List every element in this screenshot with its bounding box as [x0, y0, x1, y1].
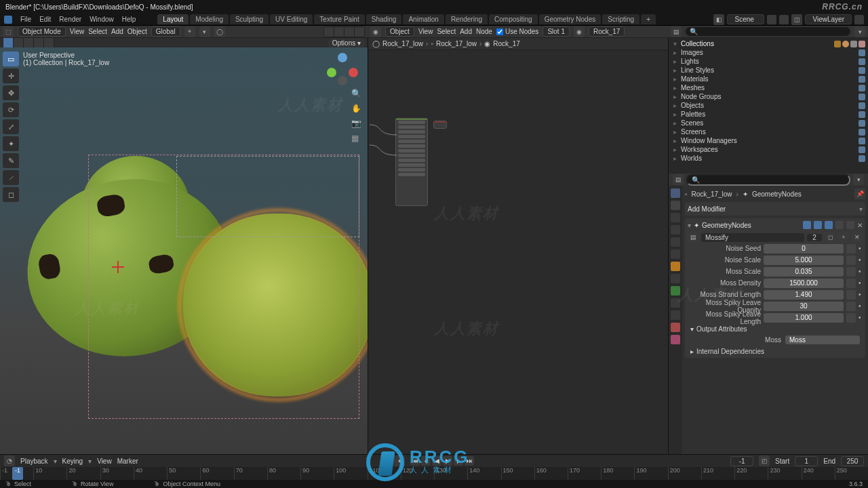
- prop-tab-output[interactable]: [671, 213, 680, 222]
- timeline-menu-playback[interactable]: Playback: [20, 458, 48, 465]
- param-anim-dot[interactable]: •: [859, 256, 863, 264]
- interaction-mode-dropdown[interactable]: Object Mode: [18, 26, 66, 37]
- nodegroup-users[interactable]: 2: [807, 234, 822, 241]
- viewport-menu-select[interactable]: Select: [88, 28, 107, 35]
- outliner-filter-icon[interactable]: ▾: [854, 26, 865, 37]
- tab-animation[interactable]: Animation: [403, 14, 443, 24]
- nodegroup-unlink-icon[interactable]: ✕: [852, 232, 863, 243]
- snap-toggle-icon[interactable]: ⌖: [184, 26, 195, 37]
- timeline-menu-marker[interactable]: Marker: [117, 458, 138, 465]
- timeline-menu-view[interactable]: View: [97, 458, 112, 465]
- slot-dropdown[interactable]: Slot 1: [542, 26, 570, 37]
- param-value[interactable]: 0: [764, 244, 844, 253]
- outliner-item-node-groups[interactable]: ▸Node Groups: [671, 92, 865, 101]
- prop-tab-mesh[interactable]: [671, 286, 680, 296]
- param-value[interactable]: 0.035: [764, 267, 844, 277]
- prop-tab-modifier[interactable]: [671, 188, 680, 198]
- prop-tab-render[interactable]: [671, 201, 680, 210]
- tab-scripting[interactable]: Scripting: [602, 14, 639, 24]
- properties-options-icon[interactable]: ▾: [853, 174, 864, 185]
- node-menu-select[interactable]: Select: [437, 28, 456, 35]
- param-anim-dot[interactable]: •: [859, 291, 863, 298]
- prop-tab-constraints[interactable]: [671, 274, 680, 283]
- viewport-menu-object[interactable]: Object: [127, 28, 147, 35]
- mod-extra-icon[interactable]: [835, 221, 844, 229]
- prop-tab-texture[interactable]: [671, 335, 680, 344]
- prop-tab-physics[interactable]: [671, 310, 680, 320]
- nodegroup-name-field[interactable]: Mossify: [701, 233, 804, 242]
- tab-compositing[interactable]: Compositing: [489, 14, 538, 24]
- properties-search-input[interactable]: [686, 174, 850, 186]
- outliner-display-mode-icon[interactable]: ▤: [671, 26, 682, 37]
- zoom-icon[interactable]: 🔍: [351, 89, 362, 100]
- camera-view-icon[interactable]: 📷: [351, 119, 362, 129]
- output-attr-value[interactable]: Moss: [785, 336, 860, 344]
- outliner-item-palettes[interactable]: ▸Palettes: [671, 110, 865, 119]
- editor-type-shader-icon[interactable]: ◉: [370, 26, 381, 37]
- crumb-3[interactable]: Rock_17: [493, 40, 519, 47]
- node-output[interactable]: [433, 121, 447, 129]
- playhead[interactable]: -1: [12, 467, 23, 480]
- viewport-menu-view[interactable]: View: [70, 28, 85, 35]
- viewlayer-field[interactable]: ViewLayer: [805, 14, 852, 24]
- outliner-item-objects[interactable]: ▸Objects: [671, 101, 865, 110]
- viewlayer-new-button[interactable]: [854, 15, 864, 24]
- outliner-item-meshes[interactable]: ▸Meshes: [671, 83, 865, 92]
- outliner-item-workspaces[interactable]: ▸Workspaces: [671, 145, 865, 154]
- scene-icon[interactable]: ◧: [713, 14, 724, 25]
- tool-add-cube[interactable]: ◻: [3, 187, 19, 202]
- editor-type-timeline-icon[interactable]: ◔: [4, 455, 15, 466]
- tool-cursor[interactable]: ✛: [3, 68, 19, 83]
- snap-mode-icon[interactable]: ▾: [199, 26, 210, 37]
- mod-toggle-edit-icon[interactable]: [803, 221, 811, 229]
- orientation-dropdown[interactable]: Global: [151, 26, 180, 37]
- properties-type-icon[interactable]: ▤: [673, 174, 684, 185]
- material-field[interactable]: Rock_17: [589, 26, 625, 37]
- param-anim-dot[interactable]: •: [859, 279, 863, 287]
- material-icon[interactable]: ◉: [574, 26, 585, 37]
- viewport-3d[interactable]: User Perspective (1) Collection | Rock_1…: [0, 47, 368, 454]
- shading-mode-segment[interactable]: [323, 26, 365, 37]
- pan-icon[interactable]: ✋: [351, 104, 362, 115]
- tab-modeling[interactable]: Modeling: [190, 14, 229, 24]
- param-anim-dot[interactable]: •: [859, 314, 863, 321]
- outliner-filter-input[interactable]: [686, 27, 850, 36]
- nodegroup-browse-icon[interactable]: ▤: [688, 232, 698, 243]
- outliner-item-scenes[interactable]: ▸Scenes: [671, 119, 865, 127]
- modifier-name-field[interactable]: GeometryNodes: [702, 222, 751, 229]
- scene-del-button[interactable]: [779, 15, 789, 24]
- param-menu-icon[interactable]: [846, 244, 856, 253]
- outliner-item-lights[interactable]: ▸Lights: [671, 57, 865, 66]
- tool-select-box[interactable]: ▭: [3, 52, 19, 66]
- add-modifier-panel[interactable]: Add Modifier▾: [685, 202, 865, 216]
- menu-edit[interactable]: Edit: [39, 16, 51, 23]
- prop-tab-material[interactable]: [671, 323, 680, 332]
- outliner-root[interactable]: Collections: [681, 40, 714, 47]
- viewlayer-icon[interactable]: ◫: [791, 14, 802, 25]
- mod-toggle-realtime-icon[interactable]: [814, 221, 822, 229]
- start-frame-field[interactable]: 1: [795, 456, 818, 466]
- prop-tab-world[interactable]: [671, 249, 680, 259]
- tool-rotate[interactable]: ⟳: [3, 102, 19, 117]
- pin-icon[interactable]: 📌: [854, 188, 865, 199]
- scene-field[interactable]: Scene: [727, 14, 764, 24]
- prop-crumb-object[interactable]: Rock_17_low: [692, 190, 732, 198]
- tab-rendering[interactable]: Rendering: [446, 14, 488, 24]
- param-menu-icon[interactable]: [846, 279, 856, 288]
- menu-help[interactable]: Help: [122, 16, 136, 23]
- outliner-item-window-managers[interactable]: ▸Window Managers: [671, 136, 865, 145]
- tool-move[interactable]: ✥: [3, 85, 19, 100]
- tab-geometry-nodes[interactable]: Geometry Nodes: [539, 14, 601, 24]
- orientation-gizmo[interactable]: [327, 53, 361, 87]
- param-value[interactable]: 30: [764, 302, 844, 311]
- perspective-toggle-icon[interactable]: ▦: [351, 134, 362, 144]
- tool-annotate[interactable]: ✎: [3, 153, 19, 168]
- mod-toggle-render-icon[interactable]: [825, 221, 833, 229]
- tab-sculpting[interactable]: Sculpting: [230, 14, 269, 24]
- node-menu-view[interactable]: View: [418, 28, 433, 35]
- param-anim-dot[interactable]: •: [859, 268, 863, 275]
- mod-dropdown-icon[interactable]: [846, 221, 854, 229]
- outliner-item-images[interactable]: ▸Images: [671, 48, 865, 57]
- tool-measure[interactable]: ⟋: [3, 170, 19, 185]
- crumb-1[interactable]: Rock_17_low: [382, 40, 423, 47]
